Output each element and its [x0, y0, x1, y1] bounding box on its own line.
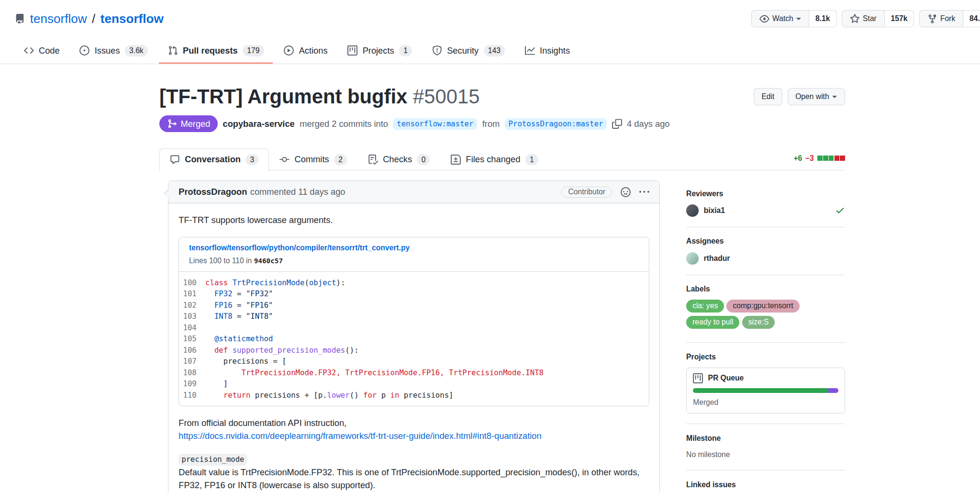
- pr-status-line: Merged copybara-service merged 2 commits…: [159, 115, 845, 132]
- tab-checks[interactable]: Checks 0: [357, 148, 440, 170]
- code-reference-file-link[interactable]: tensorflow/tensorflow/python/compiler/te…: [189, 242, 639, 254]
- copy-icon: [612, 119, 622, 129]
- copy-branch-button[interactable]: [612, 119, 622, 129]
- edit-button[interactable]: Edit: [754, 88, 782, 106]
- avatar: [686, 252, 699, 265]
- open-with-button[interactable]: Open with: [788, 88, 845, 106]
- base-branch-label[interactable]: tensorflow:master: [393, 118, 477, 130]
- nav-item-insights[interactable]: Insights: [516, 38, 579, 63]
- state-badge: Merged: [159, 115, 218, 132]
- line-number: 110: [179, 390, 205, 401]
- comment-paragraph: From official documentation API instruct…: [178, 416, 649, 443]
- breadcrumb-repo[interactable]: tensorflow: [100, 11, 164, 26]
- nav-item-actions[interactable]: Actions: [275, 38, 336, 63]
- watch-group: Watch 8.1k: [751, 10, 837, 28]
- play-icon: [284, 45, 294, 56]
- line-number: 102: [179, 300, 205, 311]
- project-link[interactable]: PR Queue: [693, 373, 838, 383]
- watch-button[interactable]: Watch: [751, 10, 809, 28]
- merged-time: 4 days ago: [627, 119, 669, 129]
- nav-item-pull-requests[interactable]: Pull requests 179: [159, 37, 272, 64]
- comment-author[interactable]: ProtossDragoon: [178, 187, 247, 197]
- star-button[interactable]: Star: [842, 10, 884, 28]
- issue-label[interactable]: ready to pull: [686, 316, 739, 328]
- project-icon: [347, 45, 357, 56]
- repo-header: tensorflow / tensorflow Watch 8.1k Star …: [0, 0, 980, 37]
- nav-label: Pull requests: [183, 45, 238, 56]
- from-word: from: [482, 119, 500, 129]
- diff-block: [823, 156, 828, 160]
- nav-label: Issues: [95, 45, 120, 56]
- progress-segment: [828, 388, 838, 393]
- line-number: 100: [179, 277, 205, 289]
- nav-item-issues[interactable]: Issues 3.6k: [71, 37, 156, 64]
- caret-down-icon: [832, 96, 837, 101]
- project-progress: [693, 388, 838, 393]
- nav-count: 1: [399, 45, 412, 56]
- nav-label: Code: [39, 45, 60, 56]
- comment-options-button[interactable]: [639, 187, 649, 197]
- fork-count[interactable]: 84.9k: [963, 10, 980, 28]
- label-list: cla: yescomp:gpu:tensorrtready to pullsi…: [686, 300, 845, 332]
- paragraph-text: Default value is TrtPrecisionMode.FP32. …: [178, 467, 639, 490]
- merge-action-text: merged 2 commits into: [300, 119, 388, 129]
- sidebar-section-linked-issues: Linked issues Successfully merging this …: [686, 481, 845, 492]
- state-label: Merged: [180, 119, 210, 129]
- reviewer-row: bixia1: [686, 204, 845, 217]
- doc-link[interactable]: https://docs.nvidia.com/deeplearning/fra…: [178, 431, 541, 441]
- section-heading: Assignees: [686, 237, 845, 246]
- add-reaction-button[interactable]: [621, 187, 631, 197]
- diff-block: [829, 156, 834, 160]
- pr-container: [TF-TRT] Argument bugfix #50015 Edit Ope…: [159, 84, 845, 492]
- code-text: return precisions + [p.lower() for p in …: [205, 390, 454, 401]
- merged-by-user[interactable]: copybara-service: [223, 119, 294, 129]
- issue-label[interactable]: cla: yes: [686, 300, 724, 312]
- breadcrumb-owner[interactable]: tensorflow: [30, 11, 87, 26]
- code-line: 104: [179, 322, 649, 334]
- fork-button[interactable]: Fork: [919, 10, 963, 28]
- assignee-name[interactable]: rthadur: [704, 254, 730, 263]
- sidebar-section-reviewers: Reviewers bixia1: [686, 190, 845, 227]
- code-text: def supported_precision_modes():: [205, 345, 359, 356]
- tab-commits[interactable]: Commits 2: [269, 148, 357, 170]
- paragraph-text: From official documentation API instruct…: [178, 418, 346, 428]
- checklist-icon: [368, 155, 378, 165]
- head-branch-label[interactable]: ProtossDragoon:master: [505, 118, 607, 130]
- watch-count[interactable]: 8.1k: [809, 10, 837, 28]
- tab-count: 2: [334, 154, 347, 166]
- diffstat-additions: +6: [793, 154, 802, 163]
- code-reference-block: tensorflow/tensorflow/python/compiler/te…: [178, 237, 649, 406]
- commit-icon: [279, 155, 290, 165]
- nav-item-security[interactable]: Security 143: [423, 37, 514, 64]
- reviewer-name[interactable]: bixia1: [704, 206, 725, 215]
- nav-label: Actions: [299, 45, 328, 56]
- star-count[interactable]: 157k: [885, 10, 914, 28]
- code-line: 105 @staticmethod: [179, 333, 649, 345]
- shield-icon: [432, 45, 442, 56]
- page-title: [TF-TRT] Argument bugfix #50015: [159, 84, 479, 109]
- tab-files-changed[interactable]: Files changed 1: [440, 148, 548, 170]
- nav-item-code[interactable]: Code: [15, 38, 68, 63]
- code-text: @staticmethod: [205, 333, 273, 345]
- tab-conversation[interactable]: Conversation 3: [159, 148, 269, 170]
- nav-item-projects[interactable]: Projects 1: [339, 37, 421, 64]
- issue-label[interactable]: size:S: [742, 316, 775, 328]
- tab-label: Checks: [383, 154, 412, 165]
- tab-label: Commits: [295, 154, 329, 165]
- tab-count: 3: [245, 154, 258, 166]
- code-reference-commit[interactable]: 9460c57: [254, 257, 283, 265]
- pr-layout: ProtossDragoon commented 11 days ago Con…: [159, 180, 845, 492]
- role-badge: Contributor: [561, 187, 612, 198]
- comment-icon: [170, 155, 180, 165]
- project-name: PR Queue: [708, 374, 744, 382]
- section-heading: Labels: [686, 285, 845, 293]
- nav-label: Insights: [540, 45, 570, 56]
- eye-icon: [759, 14, 769, 24]
- code-line: 107 precisions = [: [179, 356, 649, 367]
- diffstat-deletions: −3: [805, 154, 814, 163]
- code-reference-meta: Lines 100 to 110 in 9460c57: [189, 255, 639, 267]
- code-text: FP16 = "FP16": [205, 300, 273, 311]
- comment-body: TF-TRT supports lowercase arguments. ten…: [168, 203, 659, 492]
- issue-label[interactable]: comp:gpu:tensorrt: [726, 300, 799, 312]
- tab-label: Files changed: [466, 154, 521, 165]
